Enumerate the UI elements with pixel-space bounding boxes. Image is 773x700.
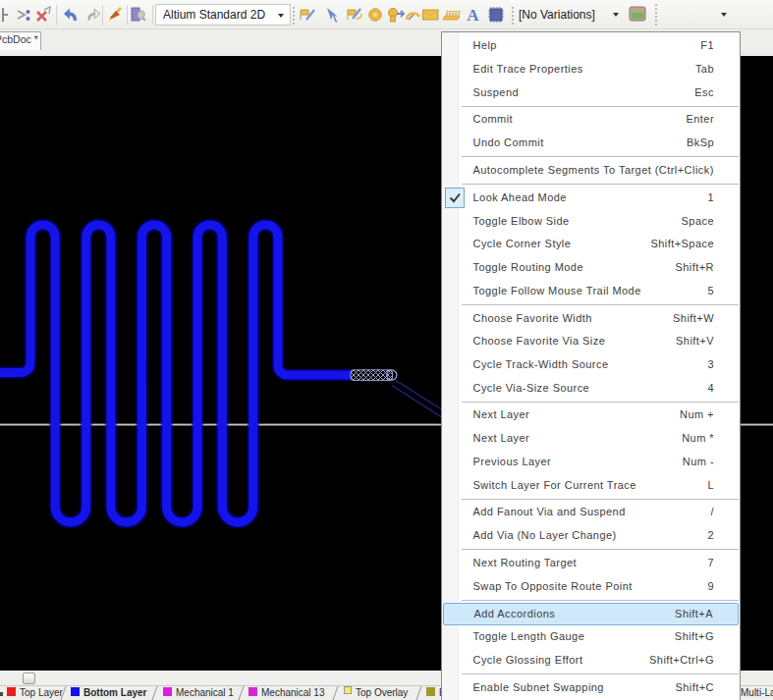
svg-text:A: A [467, 6, 479, 24]
